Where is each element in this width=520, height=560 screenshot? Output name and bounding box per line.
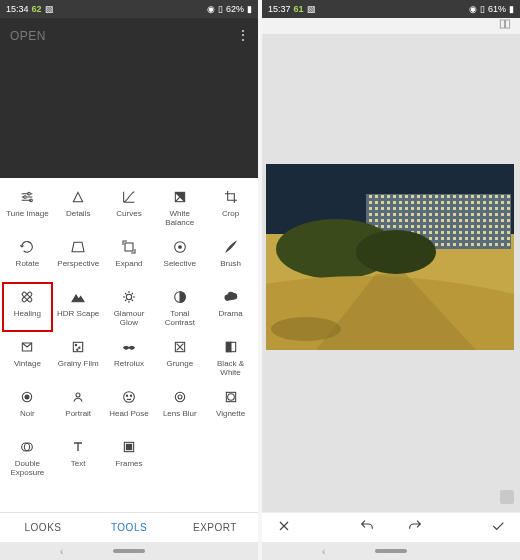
tool-vignette[interactable]: Vignette (205, 382, 256, 432)
tool-lens-blur[interactable]: Lens Blur (154, 382, 205, 432)
white-balance-icon (172, 188, 188, 206)
action-bar (262, 512, 520, 542)
battery-text: 62% (226, 4, 244, 14)
open-button[interactable]: OPEN (10, 29, 46, 43)
tool-healing[interactable]: Healing (2, 282, 53, 332)
signal-icon: ▯ (480, 4, 485, 14)
svg-point-27 (227, 394, 234, 401)
vignette-icon (223, 388, 239, 406)
tool-grainy-film[interactable]: Grainy Film (53, 332, 104, 382)
tool-tune-image[interactable]: Tune Image (2, 182, 53, 232)
healing-icon (19, 288, 35, 306)
expand-icon (121, 238, 137, 256)
tool-curves[interactable]: Curves (104, 182, 155, 232)
status-time: 15:34 (6, 4, 29, 14)
svg-point-15 (77, 349, 78, 350)
wifi-icon: ◉ (207, 4, 215, 14)
apply-button[interactable] (490, 518, 506, 538)
svg-point-41 (356, 230, 436, 274)
tool-brush[interactable]: Brush (205, 232, 256, 282)
nav-bar: ‹ (262, 542, 520, 560)
status-time: 15:37 (268, 4, 291, 14)
image-viewport[interactable] (262, 34, 520, 512)
tool-vintage[interactable]: Vintage (2, 332, 53, 382)
status-bar: 15:34 62 ▧ ◉ ▯ 62% ▮ (0, 0, 258, 18)
curves-icon (121, 188, 137, 206)
tool-glamour-glow[interactable]: Glamour Glow (104, 282, 155, 332)
tab-looks[interactable]: LOOKS (0, 513, 86, 542)
tool-drama[interactable]: Drama (205, 282, 256, 332)
tool-frames[interactable]: Frames (104, 432, 155, 482)
edited-photo (266, 164, 514, 350)
tool-noir[interactable]: Noir (2, 382, 53, 432)
frames-icon (121, 438, 137, 456)
right-phone: 15:37 61 ▧ ◉ ▯ 61% ▮ (262, 0, 520, 560)
blur-icon (172, 388, 188, 406)
tool-retrolux[interactable]: Retrolux (104, 332, 155, 382)
gallery-icon: ▧ (307, 4, 316, 14)
status-accent: 62 (32, 4, 42, 14)
tool-expand[interactable]: Expand (104, 232, 155, 282)
svg-point-2 (24, 196, 27, 199)
svg-point-24 (175, 392, 184, 401)
status-accent: 61 (294, 4, 304, 14)
signal-icon: ▯ (218, 4, 223, 14)
rotate-icon (19, 238, 35, 256)
film-icon (70, 338, 86, 356)
svg-point-42 (271, 317, 341, 341)
grunge-icon (172, 338, 188, 356)
tool-black-white[interactable]: Black & White (205, 332, 256, 382)
tab-export[interactable]: EXPORT (172, 513, 258, 542)
nav-back-icon[interactable]: ‹ (60, 546, 63, 557)
selective-icon (172, 238, 188, 256)
compare-icon[interactable] (498, 17, 512, 35)
battery-icon: ▮ (509, 4, 514, 14)
tool-perspective[interactable]: Perspective (53, 232, 104, 282)
noir-icon (19, 388, 35, 406)
nav-back-icon[interactable]: ‹ (322, 546, 325, 557)
nav-pill[interactable] (375, 549, 407, 553)
tool-grunge[interactable]: Grunge (154, 332, 205, 382)
cancel-button[interactable] (276, 518, 292, 538)
tool-rotate[interactable]: Rotate (2, 232, 53, 282)
svg-rect-32 (500, 20, 504, 28)
nav-pill[interactable] (113, 549, 145, 553)
svg-point-20 (76, 393, 80, 397)
perspective-icon (70, 238, 86, 256)
tool-tonal-contrast[interactable]: Tonal Contrast (154, 282, 205, 332)
redo-button[interactable] (407, 518, 423, 538)
svg-point-19 (25, 395, 29, 399)
brush-icon (223, 238, 239, 256)
tab-tools[interactable]: TOOLS (86, 513, 172, 542)
bottom-tabs: LOOKS TOOLS EXPORT (0, 512, 258, 542)
tool-selective[interactable]: Selective (154, 232, 205, 282)
bookmark-icon[interactable] (500, 490, 514, 504)
sliders-icon (19, 188, 35, 206)
svg-point-1 (28, 192, 31, 195)
svg-rect-31 (126, 444, 131, 449)
triangle-icon (70, 188, 86, 206)
tool-details[interactable]: Details (53, 182, 104, 232)
text-icon (70, 438, 86, 456)
svg-point-21 (124, 392, 135, 403)
overflow-menu-icon[interactable]: ⋮ (236, 28, 250, 42)
tool-double-exposure[interactable]: Double Exposure (2, 432, 53, 482)
gallery-icon: ▧ (45, 4, 54, 14)
tool-head-pose[interactable]: Head Pose (104, 382, 155, 432)
tool-text[interactable]: Text (53, 432, 104, 482)
undo-button[interactable] (359, 518, 375, 538)
status-bar: 15:37 61 ▧ ◉ ▯ 61% ▮ (262, 0, 520, 18)
crop-icon (223, 188, 239, 206)
tool-hdr-scape[interactable]: HDR Scape (53, 282, 104, 332)
svg-point-14 (79, 347, 80, 348)
tool-crop[interactable]: Crop (205, 182, 256, 232)
nav-bar: ‹ (0, 542, 258, 560)
svg-rect-5 (125, 243, 133, 251)
tool-portrait[interactable]: Portrait (53, 382, 104, 432)
portrait-icon (70, 388, 86, 406)
contrast-icon (172, 288, 188, 306)
tool-white-balance[interactable]: White Balance (154, 182, 205, 232)
double-exposure-icon (19, 438, 35, 456)
svg-point-23 (130, 395, 131, 396)
mustache-icon (121, 338, 137, 356)
